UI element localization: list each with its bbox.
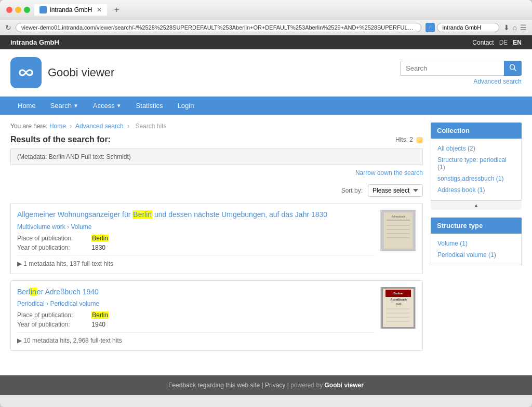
tab-favicon: [39, 6, 47, 13]
breadcrumb-home[interactable]: Home: [49, 123, 66, 130]
breadcrumb-advanced-search[interactable]: Advanced search: [75, 123, 124, 130]
result-body-2: Berliner Adreßbuch 1940 Periodical › Per…: [17, 287, 375, 345]
close-dot[interactable]: [6, 7, 12, 13]
new-tab-button[interactable]: +: [111, 4, 122, 16]
logo-area: Goobi viewer: [10, 57, 114, 88]
header-search-area: Advanced search: [400, 61, 522, 85]
sort-select[interactable]: Please select: [368, 184, 423, 197]
search-button[interactable]: [504, 61, 522, 76]
sidebar-collection-section: Collection All objects (2) Structure typ…: [431, 123, 522, 210]
sidebar-structure-section: Structure type Volume (1) Periodical vol…: [431, 218, 522, 265]
nav-link-login[interactable]: Login: [170, 97, 202, 115]
search-engine-icon: i: [425, 23, 435, 32]
refresh-button[interactable]: ↻: [5, 23, 11, 32]
result-hits-2: ▶ 10 metadata hits, 2,968 full-text hits: [17, 332, 375, 344]
result-meta-place-label-1: Place of publication:: [17, 235, 90, 242]
svg-text:Berliner: Berliner: [393, 292, 403, 295]
window-controls: [6, 7, 30, 13]
minimize-dot[interactable]: [15, 7, 21, 13]
highlight-in-1: in: [30, 288, 37, 296]
sidebar-collection-item-1: All objects (2): [431, 143, 521, 154]
maximize-dot[interactable]: [24, 7, 30, 13]
result-meta-place-label-2: Place of publication:: [17, 311, 90, 319]
sidebar-collection-link-1[interactable]: All objects (2): [437, 145, 475, 152]
result-meta-place-2: Place of publication: Berlin: [17, 311, 375, 319]
main-content: You are here: Home › Advanced search › S…: [10, 123, 423, 357]
search-query-box: (Metadata: Berlin AND Full text: Schmidt…: [10, 148, 423, 165]
sidebar-structure-link-1[interactable]: Volume (1): [437, 240, 468, 247]
result-body-1: Allgemeiner Wohnungsanzeiger für Berlin …: [17, 210, 375, 267]
sidebar-collection-link-2[interactable]: Structure type: periodical (1): [437, 156, 507, 171]
nav-link-search[interactable]: Search ▼: [43, 97, 86, 115]
footer-powered-text: powered by Goobi viewer: [290, 382, 364, 389]
lang-en-link[interactable]: EN: [513, 39, 522, 46]
result-item-2: Berliner Adreßbuch 1940 Periodical › Per…: [10, 280, 423, 351]
logo-text: Goobi viewer: [48, 66, 114, 79]
site-content: intranda GmbH Contact DE EN Goobi viewer: [0, 35, 532, 395]
sidebar-collection-collapse-btn[interactable]: ▲: [431, 200, 522, 210]
result-meta-place-1: Place of publication: Berlin: [17, 235, 375, 242]
site-topbar: intranda GmbH Contact DE EN: [0, 35, 532, 49]
search-box: [400, 61, 522, 76]
site-footer: Feedback regarding this web site | Priva…: [0, 375, 532, 395]
nav-link-statistics[interactable]: Statistics: [129, 97, 170, 115]
contact-link[interactable]: Contact: [472, 39, 494, 46]
lang-de-link[interactable]: DE: [499, 39, 508, 46]
sidebar-structure-title: Structure type: [431, 218, 522, 234]
home-icon[interactable]: ⌂: [513, 23, 517, 32]
hits-count: Hits: 2: [395, 136, 413, 143]
rss-icon[interactable]: ▦: [416, 135, 423, 144]
download-icon[interactable]: ⬇: [503, 23, 510, 32]
nav-link-access[interactable]: Access ▼: [86, 97, 129, 115]
tab-close-button[interactable]: ✕: [97, 6, 102, 13]
sidebar-collection-link-3[interactable]: sonstigs.adressbuch (1): [437, 175, 503, 182]
site-header: Goobi viewer Advanced search: [0, 49, 532, 97]
result-year-value-1: 1830: [91, 244, 105, 251]
topbar-links: Contact DE EN: [472, 39, 522, 46]
browser-tab[interactable]: intranda GmbH ✕: [34, 4, 107, 16]
result-type-2: Periodical › Periodical volume: [17, 300, 375, 307]
result-meta-year-2: Year of publication: 1940: [17, 321, 375, 328]
results-header: Results of the search for: Hits: 2 ▦: [10, 135, 423, 144]
narrow-search-link[interactable]: Narrow down the search: [10, 169, 423, 177]
content-area: You are here: Home › Advanced search › S…: [0, 115, 532, 365]
result-hits-1: ▶ 1 metadata hits, 137 full-text hits: [17, 255, 375, 267]
result-type-link-2[interactable]: Periodical: [17, 300, 45, 307]
sidebar-structure-item-1: Volume (1): [431, 238, 521, 249]
nav-link-home[interactable]: Home: [10, 97, 43, 115]
hits-badge: Hits: 2 ▦: [395, 135, 423, 144]
browser-window: intranda GmbH ✕ + ↻ viewer-demo01.intran…: [0, 0, 532, 407]
sidebar-collection-link-4[interactable]: Address book (1): [437, 186, 485, 194]
advanced-search-link[interactable]: Advanced search: [473, 78, 522, 85]
sidebar-collection-content: All objects (2) Structure type: periodic…: [431, 139, 522, 200]
sidebar: Collection All objects (2) Structure typ…: [431, 123, 522, 357]
result-subtype-link-1[interactable]: Volume: [71, 223, 91, 230]
result-subtype-link-2[interactable]: Periodical volume: [50, 300, 99, 307]
address-bar[interactable]: viewer-demo01.intranda.com/viewer/search…: [16, 23, 421, 32]
result-thumbnail-2[interactable]: Berliner Adreßbuch 1940: [380, 287, 416, 329]
sidebar-structure-link-2[interactable]: Periodical volume (1): [437, 251, 496, 259]
footer-feedback-link[interactable]: Feedback regarding this web site: [168, 382, 260, 389]
browser-search-input[interactable]: [437, 23, 499, 32]
search-query-text: (Metadata: Berlin AND Full text: Schmidt…: [17, 153, 131, 160]
logo-icon: [10, 57, 42, 88]
result-type-link-1[interactable]: Multivolume work: [17, 223, 65, 230]
access-dropdown-caret: ▼: [116, 103, 122, 108]
nav-item-access[interactable]: Access ▼: [86, 97, 129, 115]
tab-title: intranda GmbH: [50, 6, 92, 13]
result-title-2[interactable]: Berliner Adreßbuch 1940: [17, 287, 375, 297]
site-nav: Home Search ▼ Access ▼: [0, 97, 532, 115]
nav-item-home[interactable]: Home: [10, 97, 43, 115]
nav-item-statistics[interactable]: Statistics: [129, 97, 170, 115]
result-thumbnail-1[interactable]: Adressbuch: [380, 210, 416, 251]
search-input[interactable]: [400, 61, 504, 76]
sidebar-structure-item-2: Periodical volume (1): [431, 249, 521, 261]
result-title-1[interactable]: Allgemeiner Wohnungsanzeiger für Berlin …: [17, 210, 375, 220]
breadcrumb-separator-1: ›: [70, 123, 72, 130]
nav-item-login[interactable]: Login: [170, 97, 202, 115]
menu-icon[interactable]: ☰: [520, 23, 527, 32]
sidebar-collection-item-2: Structure type: periodical (1): [431, 154, 521, 173]
sidebar-collection-item-4: Address book (1): [431, 184, 521, 196]
footer-privacy-link[interactable]: Privacy: [265, 382, 285, 389]
nav-item-search[interactable]: Search ▼: [43, 97, 86, 115]
